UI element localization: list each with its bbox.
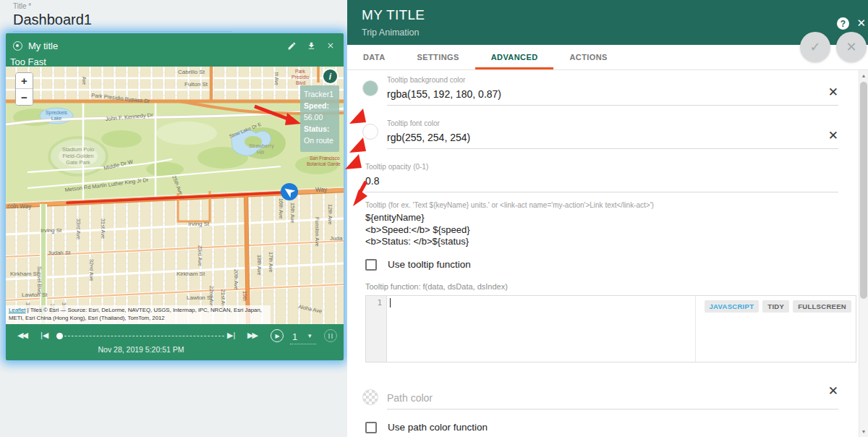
tidy-button[interactable]: TIDY: [762, 300, 789, 313]
close-widget-icon[interactable]: [326, 41, 335, 50]
skip-previous-button[interactable]: |◀: [41, 331, 48, 340]
discard-fab-button[interactable]: ✕: [836, 32, 867, 62]
trip-animation-widget[interactable]: My title Too Fast: [6, 33, 344, 360]
dashboard-canvas[interactable]: Title * Dashboard1 My title Too Fast: [0, 0, 347, 437]
svg-text:Lawton St: Lawton St: [22, 292, 48, 298]
leaflet-link[interactable]: Leaflet: [9, 307, 25, 313]
tooltip-opacity-field: Tooltip opacity (0-1) 0.8: [365, 157, 838, 192]
play-button[interactable]: ▶: [271, 329, 284, 342]
timeline-controls: ◀◀ |◀ ▶| ▶▶ ▶ 1 ▾ Nov 28, 2019 5:20:51 P…: [6, 324, 344, 360]
scroll-up-icon[interactable]: ▲: [859, 73, 868, 78]
svg-text:Field-Golden: Field-Golden: [63, 153, 94, 159]
svg-text:Judah St: Judah St: [48, 250, 71, 256]
zoom-in-button[interactable]: +: [16, 73, 33, 89]
svg-text:12th Ave: 12th Ave: [327, 204, 333, 225]
dashboard-title-value[interactable]: Dashboard1: [13, 12, 231, 28]
tooltip-speed-label: Speed:: [304, 101, 329, 110]
widget-header: My title Too Fast: [6, 33, 344, 67]
tooltip-opacity-input[interactable]: 0.8: [365, 171, 838, 192]
clear-tooltip-bg-color-icon[interactable]: ✕: [828, 86, 838, 98]
apply-fab-button[interactable]: ✓: [800, 32, 830, 62]
dashboard-title-field[interactable]: Title * Dashboard1: [13, 2, 231, 32]
settings-header: MY TITLE Trip Animation ? ✕: [347, 0, 868, 45]
close-settings-icon[interactable]: ✕: [856, 17, 866, 30]
tooltip-bg-color-input[interactable]: rgba(155, 192, 180, 0.87): [387, 84, 838, 106]
fullscreen-button[interactable]: FULLSCREEN: [793, 300, 851, 313]
settings-subtitle: Trip Animation: [362, 27, 419, 38]
use-path-color-function-checkbox-row[interactable]: Use path color function: [365, 422, 838, 433]
edit-icon[interactable]: [287, 41, 297, 51]
clear-path-color-icon[interactable]: ✕: [828, 385, 838, 397]
speed-select-underline: [290, 344, 316, 344]
map-info-button[interactable]: i: [322, 68, 339, 85]
svg-text:32nd Ave: 32nd Ave: [88, 259, 95, 281]
use-tooltip-function-checkbox[interactable]: [365, 259, 377, 271]
svg-text:Cabrillo St: Cabrillo St: [178, 69, 205, 75]
svg-text:Stadium Polo: Stadium Polo: [62, 146, 95, 153]
tooltip-status-label: Status:: [304, 124, 330, 133]
timeline-track[interactable]: [61, 336, 224, 336]
vehicle-marker[interactable]: [280, 182, 299, 201]
svg-text:Sunset Blvd: Sunset Blvd: [36, 266, 43, 294]
leaflet-map[interactable]: Cabrillo StFulton StPark Presidio Bypass…: [6, 67, 344, 324]
tooltip-font-color-swatch[interactable]: [362, 124, 378, 140]
tooltip-pattern-input[interactable]: ${entityName} <b>Speed:</b> ${speed} <b>…: [365, 209, 838, 248]
svg-text:17th Ave: 17th Ave: [268, 252, 274, 273]
fast-forward-button[interactable]: ▶▶: [247, 331, 257, 340]
editor-line-number: 1: [366, 296, 386, 307]
svg-text:20th Ave: 20th Ave: [233, 269, 239, 290]
tooltip-function-editor[interactable]: 1 JAVASCRIPT TIDY FULLSCREEN: [365, 295, 856, 362]
dashboard-title-label: Title *: [13, 2, 231, 10]
dashboard-title-underline: [13, 31, 231, 32]
svg-text:Spreckels: Spreckels: [46, 110, 67, 116]
svg-text:Kirkham St: Kirkham St: [10, 271, 39, 277]
svg-text:Juda: Juda: [330, 235, 343, 242]
use-tooltip-function-checkbox-row[interactable]: Use tooltip function: [365, 259, 838, 271]
tab-settings[interactable]: SETTINGS: [401, 45, 475, 69]
use-tooltip-function-label: Use tooltip function: [388, 259, 471, 270]
tooltip-bg-color-swatch[interactable]: [362, 80, 378, 96]
scroll-down-icon[interactable]: ▼: [859, 429, 868, 434]
help-icon[interactable]: ?: [837, 17, 849, 30]
svg-text:31st Ave: 31st Ave: [100, 218, 106, 239]
svg-text:coln Way: coln Way: [7, 203, 32, 210]
svg-text:Park: Park: [295, 69, 306, 74]
timeline-slider-knob[interactable]: [56, 333, 63, 339]
panel-scrollbar[interactable]: ▲ ▼: [859, 70, 868, 437]
svg-text:Gate Park: Gate Park: [66, 159, 90, 166]
download-icon[interactable]: [307, 41, 316, 51]
path-color-field: Path color ✕: [365, 379, 838, 410]
map-zoom-control: + −: [15, 72, 33, 106]
svg-text:Botanical Garde: Botanical Garde: [307, 161, 341, 166]
tab-advanced[interactable]: ADVANCED: [475, 45, 554, 69]
editor-caret: [390, 298, 391, 307]
svg-text:Ave: Ave: [82, 77, 87, 85]
tooltip-status-value: On route: [304, 135, 339, 146]
editor-ruler: [695, 296, 696, 362]
widget-settings-panel: MY TITLE Trip Animation ? ✕ ✓ ✕ DATA SET…: [347, 0, 868, 437]
svg-text:Kirkham St: Kirkham St: [176, 271, 205, 277]
clear-tooltip-font-color-icon[interactable]: ✕: [828, 130, 838, 142]
speed-select-value[interactable]: 1: [292, 331, 297, 342]
scrollbar-thumb[interactable]: [860, 82, 867, 299]
skip-next-button[interactable]: ▶|: [227, 331, 235, 340]
svg-text:33rd Ave: 33rd Ave: [75, 218, 82, 239]
svg-text:22nd Ave: 22nd Ave: [208, 286, 215, 308]
use-path-color-function-checkbox[interactable]: [365, 422, 377, 433]
pause-button[interactable]: [324, 329, 337, 342]
path-color-swatch[interactable]: [362, 389, 378, 405]
svg-text:Way: Way: [315, 187, 328, 193]
speed-select-caret-icon[interactable]: ▾: [308, 332, 312, 339]
attribution-text: | Tiles © Esri — Source: Esri, DeLorme, …: [9, 307, 262, 321]
zoom-out-button[interactable]: −: [16, 89, 33, 105]
tab-actions[interactable]: ACTIONS: [553, 45, 623, 69]
tooltip-bg-color-label: Tooltip background color: [387, 70, 838, 84]
svg-text:San Francisco: San Francisco: [310, 156, 340, 161]
tooltip-font-color-input[interactable]: rgb(255, 254, 254): [387, 127, 838, 149]
javascript-mode-button[interactable]: JAVASCRIPT: [705, 300, 760, 313]
advanced-tab-content: Tooltip background color rgba(155, 192, …: [347, 70, 859, 437]
tab-data[interactable]: DATA: [347, 45, 401, 69]
map-attribution: Leaflet | Tiles © Esri — Source: Esri, D…: [6, 305, 271, 324]
fast-rewind-button[interactable]: ◀◀: [17, 331, 27, 340]
path-color-input[interactable]: Path color: [387, 388, 838, 410]
